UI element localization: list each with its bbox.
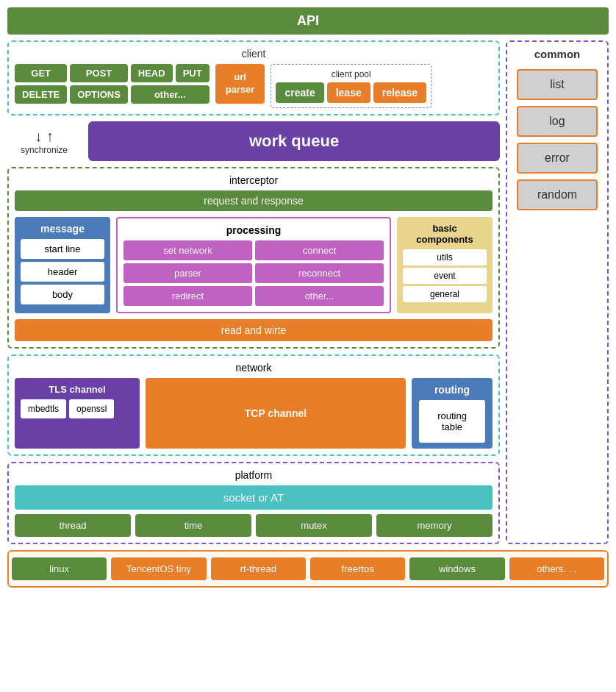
sync-area: ↓ ↑ synchronize [7, 128, 81, 155]
method-head[interactable]: HEAD [131, 64, 173, 82]
basic-box: basiccomponents utils event general [397, 217, 493, 313]
plat-memory: memory [376, 514, 493, 537]
network-section: network TLS channel mbedtls openssl TCP … [7, 354, 500, 456]
common-random: random [517, 179, 598, 210]
lease-btn[interactable]: lease [327, 82, 370, 103]
msg-body: body [21, 285, 104, 304]
api-bar: API [7, 7, 609, 35]
tls-mbedtls: mbedtls [21, 399, 66, 418]
right-common: common list log error random [506, 40, 609, 544]
processing-grid: set network connect parser reconnect red… [123, 240, 384, 306]
routing-table-box: routingtable [419, 400, 485, 443]
sync-arrows: ↓ ↑ [35, 128, 54, 145]
work-queue-box: work queue [88, 121, 500, 161]
basic-general: general [403, 286, 487, 302]
interceptor-label: interceptor [15, 174, 493, 186]
interceptor-body: message start line header body processin… [15, 217, 493, 313]
method-post[interactable]: POST [70, 64, 128, 82]
method-other[interactable]: other... [131, 85, 209, 104]
release-btn[interactable]: release [373, 82, 426, 103]
req-resp-bar: request and response [15, 190, 493, 211]
basic-title: basiccomponents [403, 223, 487, 245]
routing-box: routing routingtable [412, 378, 493, 449]
main-layout: client GET POST HEAD PUT DELETE OPTIONS … [7, 40, 609, 544]
processing-title: processing [123, 224, 384, 236]
tls-title: TLS channel [21, 384, 134, 395]
client-pool-label: client pool [332, 69, 371, 79]
msg-start-line: start line [21, 239, 104, 259]
msg-header: header [21, 262, 104, 282]
common-list: list [517, 69, 598, 100]
plat-time: time [135, 514, 251, 537]
left-area: client GET POST HEAD PUT DELETE OPTIONS … [7, 40, 500, 544]
url-parser-box[interactable]: urlparser [215, 64, 265, 104]
os-windows: windows [409, 557, 504, 580]
interceptor-section: interceptor request and response message… [7, 167, 500, 349]
client-label: client [15, 48, 493, 60]
proc-connect: connect [255, 240, 384, 260]
common-error: error [517, 143, 598, 174]
platform-label: platform [15, 469, 493, 481]
proc-set-network: set network [123, 240, 252, 260]
tcp-title: TCP channel [245, 407, 307, 419]
os-rt-thread: rt-thread [211, 557, 306, 580]
method-get[interactable]: GET [15, 64, 67, 82]
plat-thread: thread [15, 514, 131, 537]
network-body: TLS channel mbedtls openssl TCP channel … [15, 378, 493, 449]
os-others: others. . . [509, 557, 604, 580]
proc-other: other... [255, 286, 384, 306]
platform-section: platform socket or AT thread time mutex … [7, 462, 500, 544]
client-inner: GET POST HEAD PUT DELETE OPTIONS other..… [15, 64, 493, 108]
os-freertos: freertos [310, 557, 405, 580]
basic-utils: utils [403, 249, 487, 265]
client-pool-section: client pool create lease release [271, 64, 431, 108]
method-put[interactable]: PUT [176, 64, 209, 82]
http-methods: GET POST HEAD PUT DELETE OPTIONS other..… [15, 64, 209, 104]
tls-inner: mbedtls openssl [21, 399, 134, 418]
os-row: linux TencentOS tiny rt-thread freertos … [7, 550, 609, 588]
os-tencentos: TencentOS tiny [111, 557, 206, 580]
http-methods-grid: GET POST HEAD PUT DELETE OPTIONS other..… [15, 64, 209, 104]
message-box: message start line header body [15, 217, 110, 313]
os-linux: linux [12, 557, 107, 580]
routing-title: routing [434, 384, 470, 396]
method-options[interactable]: OPTIONS [70, 85, 128, 104]
tls-openssl: openssl [69, 399, 114, 418]
diagram: API client GET POST HEAD PUT DELETE [7, 7, 609, 588]
network-label: network [15, 362, 493, 374]
message-title: message [21, 223, 104, 235]
socket-bar: socket or AT [15, 485, 493, 510]
proc-parser: parser [123, 263, 252, 283]
client-pool-buttons: create lease release [276, 82, 426, 103]
platform-items: thread time mutex memory [15, 514, 493, 537]
proc-redirect: redirect [123, 286, 252, 306]
workqueue-row: ↓ ↑ synchronize work queue [7, 121, 500, 161]
sync-label: synchronize [21, 145, 68, 155]
plat-mutex: mutex [256, 514, 372, 537]
tls-channel: TLS channel mbedtls openssl [15, 378, 140, 449]
proc-reconnect: reconnect [255, 263, 384, 283]
processing-box: processing set network connect parser re… [116, 217, 391, 313]
tcp-channel: TCP channel [146, 378, 406, 449]
client-section: client GET POST HEAD PUT DELETE OPTIONS … [7, 40, 500, 115]
common-log: log [517, 106, 598, 137]
create-btn[interactable]: create [276, 82, 323, 103]
basic-event: event [403, 268, 487, 284]
method-delete[interactable]: DELETE [15, 85, 67, 104]
common-title: common [534, 48, 581, 60]
read-write-bar: read and wirte [15, 319, 493, 341]
